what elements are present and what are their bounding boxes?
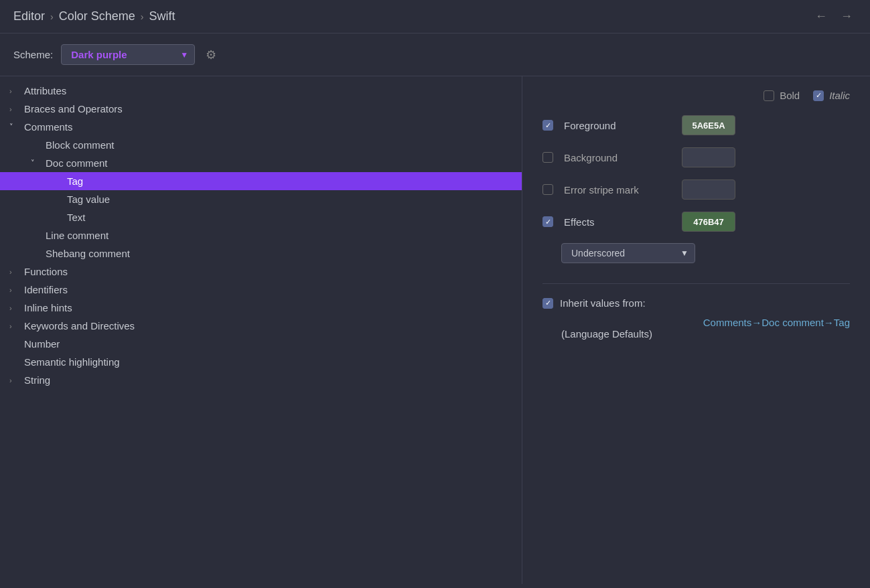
effects-color-value: 476B47: [693, 217, 724, 227]
foreground-label: Foreground: [564, 120, 671, 131]
bold-checkbox[interactable]: [764, 90, 774, 101]
foreground-color-swatch[interactable]: 5A6E5A: [682, 115, 735, 135]
settings-panel: Bold Italic Foreground 5A6E5A Background…: [522, 76, 870, 584]
tree-item-tag[interactable]: Tag: [0, 172, 522, 190]
tree-item-attributes[interactable]: › Attributes: [0, 82, 522, 100]
tree-label-functions: Functions: [24, 266, 68, 277]
tree-label-doc-comment: Doc comment: [46, 157, 108, 169]
effects-label: Effects: [564, 216, 671, 228]
tree-label-inline-hints: Inline hints: [24, 302, 72, 313]
tree-label-line-comment: Line comment: [46, 230, 108, 241]
background-color-swatch[interactable]: [682, 147, 735, 167]
breadcrumb: Editor › Color Scheme › Swift: [13, 9, 175, 23]
tree-label-identifiers: Identifiers: [24, 284, 68, 295]
effects-dropdown-row: Underscored Underwaved Bordered Striketh…: [561, 243, 850, 263]
nav-buttons: ← →: [811, 8, 857, 25]
tree-item-tag-value[interactable]: Tag value: [0, 190, 522, 208]
foreground-checkbox[interactable]: [542, 120, 553, 131]
tree-item-braces[interactable]: › Braces and Operators: [0, 100, 522, 118]
background-label: Background: [564, 152, 671, 163]
scheme-select-wrapper: Dark purple Default Darcula High contras…: [61, 44, 195, 65]
chevron-icon: ›: [9, 322, 20, 330]
tree-label-text: Text: [67, 212, 86, 223]
nav-back-button[interactable]: ←: [811, 8, 831, 25]
tree-item-line-comment[interactable]: Line comment: [0, 226, 522, 244]
scheme-gear-button[interactable]: ⚙: [203, 45, 219, 65]
breadcrumb-swift: Swift: [149, 9, 175, 23]
bold-italic-row: Bold Italic: [542, 90, 850, 101]
italic-option: Italic: [813, 90, 850, 101]
tree-item-doc-comment[interactable]: ˅ Doc comment: [0, 154, 522, 172]
tree-item-shebang-comment[interactable]: Shebang comment: [0, 244, 522, 263]
tree-item-functions[interactable]: › Functions: [0, 263, 522, 281]
chevron-icon: ›: [9, 376, 20, 384]
scheme-bar: Scheme: Dark purple Default Darcula High…: [0, 33, 870, 76]
inherit-section: Inherit values from: Comments→Doc commen…: [542, 283, 850, 340]
tree-label-number: Number: [24, 338, 60, 350]
chevron-icon: ›: [9, 268, 20, 276]
tree-label-tag: Tag: [67, 175, 83, 187]
error-stripe-checkbox[interactable]: [542, 184, 553, 195]
foreground-row: Foreground 5A6E5A: [542, 115, 850, 136]
italic-checkbox[interactable]: [813, 90, 824, 101]
tree-label-keywords: Keywords and Directives: [24, 320, 135, 332]
chevron-icon: ›: [9, 286, 20, 294]
error-stripe-row: Error stripe mark: [542, 179, 850, 200]
breadcrumb-editor: Editor: [13, 9, 45, 23]
error-stripe-color-swatch[interactable]: [682, 179, 735, 200]
scheme-label: Scheme:: [13, 49, 53, 60]
tree-label-tag-value: Tag value: [67, 194, 110, 205]
top-bar: Editor › Color Scheme › Swift ← →: [0, 0, 870, 33]
tree-label-braces: Braces and Operators: [24, 103, 123, 115]
nav-forward-button[interactable]: →: [837, 8, 857, 25]
tree-label-semantic: Semantic highlighting: [24, 356, 120, 368]
chevron-icon: ˅: [31, 159, 42, 167]
bold-label: Bold: [780, 90, 800, 101]
italic-label: Italic: [829, 90, 850, 101]
inherit-link[interactable]: Comments→Doc comment→Tag: [561, 317, 850, 328]
effects-color-swatch[interactable]: 476B47: [682, 212, 735, 232]
breadcrumb-color-scheme: Color Scheme: [59, 9, 135, 23]
background-checkbox[interactable]: [542, 152, 553, 163]
tree-item-inline-hints[interactable]: › Inline hints: [0, 299, 522, 317]
tree-item-identifiers[interactable]: › Identifiers: [0, 281, 522, 299]
scheme-select[interactable]: Dark purple Default Darcula High contras…: [61, 44, 195, 65]
tree-label-shebang-comment: Shebang comment: [46, 248, 130, 259]
tree-item-block-comment[interactable]: Block comment: [0, 136, 522, 154]
foreground-color-value: 5A6E5A: [692, 121, 725, 131]
tree-item-keywords[interactable]: › Keywords and Directives: [0, 317, 522, 335]
bold-option: Bold: [764, 90, 800, 101]
effects-select-wrapper: Underscored Underwaved Bordered Striketh…: [561, 243, 695, 263]
breadcrumb-sep2: ›: [141, 11, 144, 22]
tree-label-attributes: Attributes: [24, 85, 66, 96]
inherit-sub: (Language Defaults): [561, 328, 652, 340]
tree-item-number[interactable]: Number: [0, 335, 522, 353]
tree-item-string[interactable]: › String: [0, 371, 522, 389]
effects-checkbox[interactable]: [542, 216, 553, 227]
tree-label-comments: Comments: [24, 121, 73, 133]
effects-type-select[interactable]: Underscored Underwaved Bordered Striketh…: [561, 243, 695, 263]
chevron-icon: ›: [9, 304, 20, 312]
inherit-label: Inherit values from:: [560, 297, 646, 309]
tree-item-semantic[interactable]: Semantic highlighting: [0, 353, 522, 371]
main-content: › Attributes › Braces and Operators ˅ Co…: [0, 76, 870, 584]
inherit-checkbox[interactable]: [542, 298, 553, 309]
tree-item-comments[interactable]: ˅ Comments: [0, 118, 522, 136]
effects-row: Effects 476B47: [542, 211, 850, 232]
tree-panel: › Attributes › Braces and Operators ˅ Co…: [0, 76, 522, 584]
breadcrumb-sep1: ›: [50, 11, 54, 22]
tree-label-string: String: [24, 374, 50, 386]
tree-label-block-comment: Block comment: [46, 139, 115, 151]
background-row: Background: [542, 147, 850, 168]
tree-item-text[interactable]: Text: [0, 208, 522, 226]
chevron-icon: ›: [9, 87, 20, 95]
chevron-icon: ›: [9, 105, 20, 113]
inherit-row: Inherit values from:: [542, 297, 850, 309]
error-stripe-label: Error stripe mark: [564, 184, 671, 196]
chevron-icon: ˅: [9, 123, 20, 131]
